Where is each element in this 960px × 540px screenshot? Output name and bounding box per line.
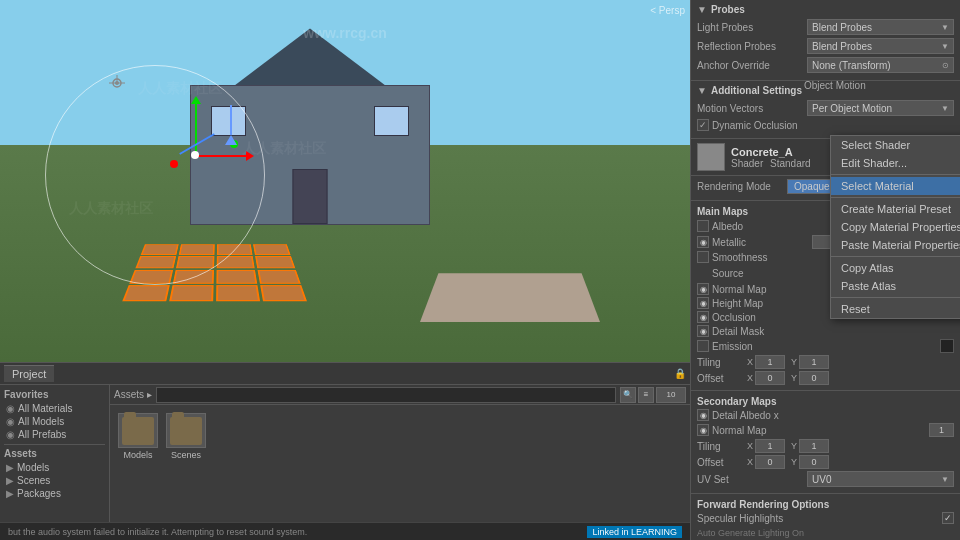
specular-highlights-label: Specular Highlights xyxy=(697,513,942,524)
sec-offset-x-value[interactable]: 0 xyxy=(755,455,785,469)
tile xyxy=(169,285,213,301)
dynamic-occlusion-text: Dynamic Occlusion xyxy=(712,120,798,131)
anchor-override-value: None (Transform) ⊙ xyxy=(807,57,954,73)
all-materials-item[interactable]: ◉ All Materials xyxy=(4,402,105,415)
scenes-label: Scenes xyxy=(17,475,50,486)
packages-label: Packages xyxy=(17,488,61,499)
detail-mask-checkbox[interactable]: ◉ xyxy=(697,325,709,337)
secondary-normal-label: Normal Map xyxy=(712,425,929,436)
tile xyxy=(255,256,295,268)
detail-albedo-row: ◉ Detail Albedo x xyxy=(697,409,954,421)
sec-offset-y-value[interactable]: 0 xyxy=(799,455,829,469)
models-folder-item[interactable]: ▶ Models xyxy=(4,461,105,474)
search-button[interactable]: 🔍 xyxy=(620,387,636,403)
shader-value: Standard xyxy=(770,158,811,169)
blue-arrow xyxy=(225,105,237,145)
context-reset[interactable]: Reset xyxy=(831,300,960,318)
additional-settings-section: ▼ Additional Settings Motion Vectors Per… xyxy=(691,81,960,139)
anchor-override-arrow: ⊙ xyxy=(942,61,949,70)
sec-offset-x-label: X xyxy=(747,457,753,467)
scenes-folder-item[interactable]: ▶ Scenes xyxy=(4,474,105,487)
secondary-offset-label: Offset xyxy=(697,457,747,468)
emission-swatch[interactable] xyxy=(940,339,954,353)
smoothness-label: Smoothness xyxy=(712,252,832,263)
anchor-override-label: Anchor Override xyxy=(697,60,807,71)
height-checkbox[interactable]: ◉ xyxy=(697,297,709,309)
size-slider[interactable]: 10 xyxy=(656,387,686,403)
context-select-material[interactable]: Select Material xyxy=(831,177,960,195)
all-models-item[interactable]: ◉ All Models xyxy=(4,415,105,428)
scenes-asset[interactable]: Scenes xyxy=(166,413,206,514)
detail-mask-row: ◉ Detail Mask xyxy=(697,325,954,337)
secondary-normal-checkbox[interactable]: ◉ xyxy=(697,424,709,436)
scenes-folder-icon xyxy=(166,413,206,448)
shader-label: Shader xyxy=(731,158,763,169)
secondary-offset-xy: X 0 Y 0 xyxy=(747,455,829,469)
tile xyxy=(260,285,307,301)
anchor-override-select[interactable]: None (Transform) ⊙ xyxy=(807,57,954,73)
forward-rendering-label: Forward Rendering Options xyxy=(697,499,829,510)
reflection-probes-select[interactable]: Blend Probes ▼ xyxy=(807,38,954,54)
offset-label: Offset xyxy=(697,373,747,384)
packages-icon: ▶ xyxy=(6,488,14,499)
smoothness-checkbox[interactable] xyxy=(697,251,709,263)
context-copy-atlas[interactable]: Copy Atlas xyxy=(831,259,960,277)
sec-tiling-y-value[interactable]: 1 xyxy=(799,439,829,453)
models-asset[interactable]: Models xyxy=(118,413,158,514)
models-folder-icon xyxy=(118,413,158,448)
offset-x-value[interactable]: 0 xyxy=(755,371,785,385)
dynamic-occlusion-label: ✓ Dynamic Occlusion xyxy=(697,119,798,131)
context-menu: Select Shader Edit Shader... Select Mate… xyxy=(830,135,960,319)
context-edit-shader[interactable]: Edit Shader... xyxy=(831,154,960,172)
assets-search-input[interactable] xyxy=(156,387,616,403)
light-probes-select[interactable]: Blend Probes ▼ xyxy=(807,19,954,35)
offset-y-value[interactable]: 0 xyxy=(799,371,829,385)
context-select-shader[interactable]: Select Shader xyxy=(831,136,960,154)
context-create-preset[interactable]: Create Material Preset xyxy=(831,200,960,218)
context-paste-properties[interactable]: Paste Material Properties xyxy=(831,236,960,254)
tiling-x-value[interactable]: 1 xyxy=(755,355,785,369)
detail-albedo-checkbox[interactable]: ◉ xyxy=(697,409,709,421)
context-paste-atlas[interactable]: Paste Atlas xyxy=(831,277,960,295)
secondary-tiling-row: Tiling X 1 Y 1 xyxy=(697,439,954,453)
uv-set-arrow: ▼ xyxy=(941,475,949,484)
filter-button[interactable]: ≡ xyxy=(638,387,654,403)
folder-shape-2 xyxy=(170,417,202,445)
waymark xyxy=(105,75,129,101)
packages-item[interactable]: ▶ Packages xyxy=(4,487,105,500)
all-models-icon: ◉ xyxy=(6,416,15,427)
light-probes-label: Light Probes xyxy=(697,22,807,33)
gizmo-y-arrow xyxy=(191,96,201,104)
secondary-maps-title: Secondary Maps xyxy=(697,394,954,409)
metallic-checkbox[interactable]: ◉ xyxy=(697,236,709,248)
all-prefabs-icon: ◉ xyxy=(6,429,15,440)
main-maps-label: Main Maps xyxy=(697,206,748,217)
probes-header: ▼ Probes xyxy=(697,4,954,15)
normal-checkbox[interactable]: ◉ xyxy=(697,283,709,295)
tiling-xy: X 1 Y 1 xyxy=(747,355,829,369)
all-materials-icon: ◉ xyxy=(6,403,15,414)
viewport-area: < Persp www.rrcg.cn 人人素材社区 人人素材社区 人人素材社区… xyxy=(0,0,690,540)
all-prefabs-item[interactable]: ◉ All Prefabs xyxy=(4,428,105,441)
auto-generate-label: Auto Generate Lighting On xyxy=(697,528,954,538)
dynamic-occlusion-checkbox[interactable]: ✓ xyxy=(697,119,709,131)
tiling-y-value[interactable]: 1 xyxy=(799,355,829,369)
occlusion-checkbox[interactable]: ◉ xyxy=(697,311,709,323)
source-checkbox xyxy=(697,267,709,279)
albedo-checkbox[interactable] xyxy=(697,220,709,232)
additional-settings-triangle: ▼ xyxy=(697,85,707,96)
secondary-normal-value[interactable]: 1 xyxy=(929,423,954,437)
sec-tiling-x-value[interactable]: 1 xyxy=(755,439,785,453)
uv-set-row: UV Set UV0 ▼ xyxy=(697,471,954,487)
motion-vectors-select[interactable]: Per Object Motion ▼ xyxy=(807,100,954,116)
secondary-tiling-xy: X 1 Y 1 xyxy=(747,439,829,453)
specular-highlights-checkbox[interactable]: ✓ xyxy=(942,512,954,524)
viewport[interactable]: < Persp www.rrcg.cn 人人素材社区 人人素材社区 人人素材社区 xyxy=(0,0,690,362)
tile xyxy=(216,285,260,301)
context-separator-2 xyxy=(831,197,960,198)
uv-set-select[interactable]: UV0 ▼ xyxy=(807,471,954,487)
context-copy-properties[interactable]: Copy Material Properties xyxy=(831,218,960,236)
emission-checkbox[interactable] xyxy=(697,340,709,352)
tab-project[interactable]: Project xyxy=(4,365,54,382)
svg-point-3 xyxy=(115,81,119,85)
